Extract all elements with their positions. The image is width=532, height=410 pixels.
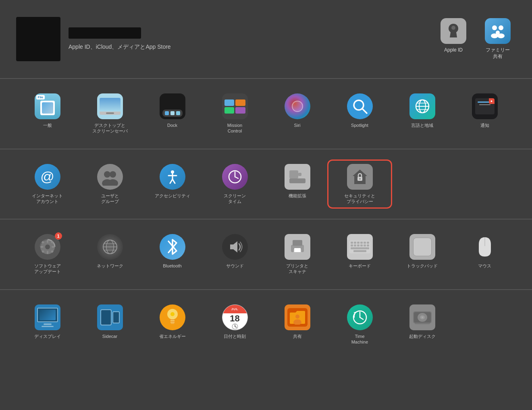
svg-point-77	[295, 315, 299, 319]
grid-item-network[interactable]: ネットワーク	[79, 231, 141, 278]
svg-rect-65	[351, 247, 369, 249]
svg-rect-53	[351, 242, 353, 244]
desktop-icon	[97, 93, 123, 119]
grid-item-startup[interactable]: 起動ディスク	[391, 301, 453, 348]
svg-rect-48	[293, 240, 302, 246]
grid-item-software[interactable]: 1 ソフトウェアアップデート	[16, 231, 79, 278]
svg-point-32	[45, 244, 50, 249]
bluetooth-label: Bluetooth	[163, 263, 181, 269]
mouse-label: マウス	[478, 263, 491, 269]
top-icon-family[interactable]: ファミリー共有	[480, 18, 516, 60]
internet-icon: @	[35, 164, 60, 190]
row4-section: ディスプレイ Sidecar	[0, 290, 532, 360]
user-name-bar	[69, 27, 141, 39]
user-subtitle: Apple ID、iCloud、メディアとApp Store	[69, 43, 435, 51]
siri-label: Siri	[294, 122, 301, 128]
grid-item-accessibility[interactable]: アクセシビリティ	[141, 161, 204, 208]
svg-point-0	[451, 26, 455, 30]
siri-icon	[285, 93, 310, 119]
svg-point-13	[104, 171, 110, 178]
grid-item-energy[interactable]: 省エネルギー	[141, 301, 204, 348]
startup-icon	[409, 304, 435, 330]
row4-grid: ディスプレイ Sidecar	[16, 301, 516, 348]
top-section: Apple ID、iCloud、メディアとApp Store Apple ID	[0, 0, 532, 79]
grid-item-bluetooth[interactable]: Bluetooth	[141, 231, 204, 278]
grid-item-general[interactable]: File 一般	[16, 90, 79, 137]
row3-section: 1 ソフトウェアアップデート ネットワーク	[0, 219, 532, 290]
sidecar-icon	[97, 304, 123, 330]
grid-item-datetime[interactable]: JUL 18 日付と時刻	[204, 301, 266, 348]
grid-item-security[interactable]: セキュリティとプライバシー	[328, 161, 391, 208]
grid-item-extensions[interactable]: 機能拡張	[266, 161, 328, 208]
user-avatar	[16, 17, 60, 61]
row2-section: @ インターネットアカウント ユーザとグループ	[0, 149, 532, 219]
grid-item-screentime[interactable]: スクリーンタイム	[204, 161, 266, 208]
software-label: ソフトウェアアップデート	[34, 263, 61, 275]
mouse-icon	[472, 234, 498, 260]
svg-rect-56	[360, 242, 363, 244]
grid-item-spotlight[interactable]: Spotlight	[328, 90, 391, 137]
accessibility-icon	[160, 164, 185, 190]
screentime-label: スクリーンタイム	[224, 193, 246, 205]
users-icon	[97, 164, 123, 190]
energy-icon	[160, 304, 185, 330]
svg-rect-62	[360, 244, 363, 246]
svg-rect-66	[353, 250, 366, 252]
svg-rect-64	[367, 244, 369, 246]
top-icons: Apple ID ファミリー共有	[435, 18, 516, 60]
internet-label: インターネットアカウント	[32, 193, 63, 205]
trackpad-label: トラックパッド	[407, 263, 438, 269]
datetime-label: 日付と時刻	[224, 333, 246, 339]
row3-grid: 1 ソフトウェアアップデート ネットワーク	[16, 231, 516, 278]
general-icon: File	[35, 93, 60, 119]
svg-point-1	[492, 25, 497, 30]
printer-label: プリンタとスキャナ	[286, 263, 308, 275]
spotlight-label: Spotlight	[351, 122, 368, 128]
grid-item-timemachine[interactable]: TimeMachine	[328, 301, 391, 348]
top-icon-apple-id[interactable]: Apple ID	[435, 18, 472, 60]
screentime-icon	[222, 164, 248, 190]
svg-line-7	[362, 109, 367, 113]
language-icon	[409, 93, 435, 119]
grid-item-keyboard[interactable]: キーボード	[328, 231, 391, 278]
desktop-label: デスクトップとスクリーンセーバ	[92, 122, 128, 134]
grid-item-sharing[interactable]: 共有	[266, 301, 328, 348]
grid-item-printer[interactable]: プリンタとスキャナ	[266, 231, 328, 278]
svg-rect-34	[47, 251, 48, 254]
grid-item-trackpad[interactable]: トラックパッド	[391, 231, 453, 278]
svg-line-76	[235, 327, 237, 327]
grid-item-language[interactable]: 言語と地域	[391, 90, 453, 137]
row1-grid: File 一般 デスクトッ	[16, 90, 516, 137]
svg-rect-33	[47, 240, 48, 243]
svg-point-5	[497, 33, 505, 38]
row1-section: File 一般 デスクトッ	[0, 79, 532, 149]
security-icon	[347, 164, 373, 190]
grid-item-mouse[interactable]: マウス	[453, 231, 516, 278]
svg-marker-46	[230, 241, 237, 253]
spotlight-icon	[347, 93, 373, 119]
grid-item-notification[interactable]: ● 通知	[453, 90, 516, 137]
svg-rect-27	[289, 178, 305, 183]
svg-line-20	[170, 179, 172, 183]
svg-point-14	[110, 171, 116, 178]
notification-icon: ●	[472, 93, 498, 119]
accessibility-label: アクセシビリティ	[155, 193, 190, 199]
grid-item-sound[interactable]: サウンド	[204, 231, 266, 278]
grid-item-desktop[interactable]: デスクトップとスクリーンセーバ	[79, 90, 141, 137]
family-label: ファミリー共有	[486, 47, 510, 60]
grid-item-dock[interactable]: Dock	[141, 90, 204, 137]
svg-line-21	[172, 179, 175, 183]
grid-item-display[interactable]: ディスプレイ	[16, 301, 79, 348]
dock-icon	[160, 93, 185, 119]
svg-rect-36	[52, 246, 55, 248]
svg-rect-61	[357, 244, 360, 246]
grid-item-internet[interactable]: @ インターネットアカウント	[16, 161, 79, 208]
users-label: ユーザとグループ	[101, 193, 119, 205]
user-info: Apple ID、iCloud、メディアとApp Store	[69, 27, 435, 51]
grid-item-sidecar[interactable]: Sidecar	[79, 301, 141, 348]
svg-rect-58	[367, 242, 369, 244]
grid-item-users[interactable]: ユーザとグループ	[79, 161, 141, 208]
grid-item-mission[interactable]: MissionControl	[204, 90, 266, 137]
network-icon	[97, 234, 123, 260]
grid-item-siri[interactable]: Siri	[266, 90, 328, 137]
